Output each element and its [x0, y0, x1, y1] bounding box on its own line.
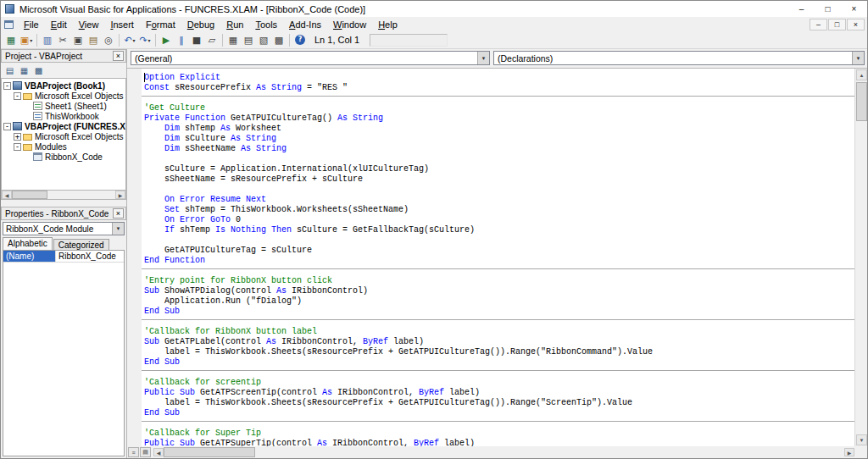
tree-item-modules[interactable]: -Modules — [2, 141, 125, 152]
scrollbar-thumb[interactable] — [856, 82, 867, 121]
code-line[interactable]: label = ThisWorkbook.Sheets(sResourcePre… — [144, 347, 854, 357]
chevron-down-icon[interactable]: ▼ — [112, 223, 124, 235]
code-line[interactable]: GetATPUICultureTag = sCulture — [144, 246, 854, 256]
tree-item-vbaproject-funcres-xl[interactable]: -VBAProject (FUNCRES.XL — [2, 121, 125, 131]
menu-item-edit[interactable]: Edit — [45, 19, 73, 30]
code-line[interactable]: End Function — [144, 256, 854, 266]
code-line[interactable]: Sub GetATPLabel(control As IRibbonContro… — [144, 337, 854, 347]
code-line[interactable]: Private Function GetATPUICultureTag() As… — [144, 113, 854, 124]
break-icon[interactable]: ‖ — [174, 33, 189, 47]
code-line[interactable]: label = ThisWorkbook.Sheets(sResourcePre… — [144, 398, 854, 408]
scroll-left-icon[interactable]: ◀ — [2, 191, 12, 199]
object-dropdown[interactable]: RibbonX_Code Module ▼ — [3, 222, 125, 235]
menu-item-insert[interactable]: Insert — [104, 19, 140, 30]
declarations-dropdown[interactable]: (Declarations) ▼ — [493, 51, 865, 65]
properties-window-icon[interactable]: ▤ — [241, 33, 256, 47]
insert-userform-icon[interactable]: ▣▾ — [19, 33, 34, 47]
copy-icon[interactable]: ▣ — [70, 33, 86, 47]
menu-item-file[interactable]: File — [18, 19, 45, 30]
code-line[interactable] — [144, 185, 854, 195]
run-icon[interactable]: ▶ — [159, 33, 174, 47]
cut-icon[interactable]: ✂ — [55, 33, 70, 47]
close-properties-panel-button[interactable]: × — [113, 208, 124, 218]
scrollbar-thumb[interactable] — [12, 191, 47, 199]
save-icon[interactable]: ▥ — [40, 33, 55, 47]
code-line[interactable]: Application.Run ("fDialog") — [144, 296, 854, 307]
menu-item-help[interactable]: Help — [372, 19, 403, 30]
expander-icon[interactable]: - — [3, 82, 11, 90]
tree-item-vbaproject-book1[interactable]: -VBAProject (Book1) — [2, 80, 125, 91]
menu-item-window[interactable]: Window — [327, 19, 372, 30]
help-icon[interactable]: ? — [292, 33, 308, 47]
scroll-right-icon[interactable]: ▶ — [844, 448, 854, 456]
code-line[interactable]: Public Sub GetATPScreenTip(control As IR… — [144, 388, 854, 398]
properties-grid[interactable]: (Name)RibbonX_Code — [3, 250, 125, 456]
scroll-down-icon[interactable]: ▼ — [856, 434, 867, 445]
code-line[interactable]: Dim sSheetName As String — [144, 144, 854, 154]
find-icon[interactable]: ◎ — [101, 33, 116, 47]
chevron-down-icon[interactable]: ▼ — [477, 52, 489, 64]
menu-item-run[interactable]: Run — [220, 19, 249, 30]
code-line[interactable]: On Error Resume Next — [144, 195, 854, 205]
object-browser-icon[interactable]: ▧ — [256, 33, 271, 47]
code-line[interactable]: Public Sub GetATPSuperTip(control As IRi… — [144, 439, 854, 446]
child-close-button[interactable]: × — [847, 19, 865, 30]
project-explorer-icon[interactable]: ▦ — [225, 33, 241, 47]
minimize-button[interactable]: – — [788, 1, 815, 17]
code-line[interactable]: End Sub — [144, 357, 854, 368]
menu-item-tools[interactable]: Tools — [249, 19, 283, 30]
chevron-down-icon[interactable]: ▼ — [852, 52, 864, 64]
scroll-up-icon[interactable]: ▲ — [856, 69, 867, 80]
code-line[interactable]: On Error GoTo 0 — [144, 215, 854, 225]
code-line[interactable]: End Sub — [144, 307, 854, 317]
expander-icon[interactable]: - — [14, 92, 21, 100]
full-module-view-button[interactable]: ▤ — [140, 447, 151, 457]
toggle-folders-icon[interactable]: ▩ — [31, 64, 46, 77]
code-editor[interactable]: Option ExplicitConst sResourcePrefix As … — [142, 69, 854, 446]
view-object-icon[interactable]: ▦ — [17, 64, 31, 77]
code-line[interactable]: Sub ShowATPDialog(control As IRibbonCont… — [144, 286, 854, 296]
tree-item-microsoft-excel-objects[interactable]: -Microsoft Excel Objects — [2, 91, 125, 101]
tree-item-ribbonx-code[interactable]: RibbonX_Code — [2, 152, 125, 162]
menu-item-format[interactable]: Format — [140, 19, 181, 30]
code-line[interactable]: Dim sCulture As String — [144, 134, 854, 144]
code-line[interactable]: Const sResourcePrefix As String = "RES " — [144, 83, 854, 93]
view-excel-icon[interactable]: ▦ — [3, 33, 19, 47]
tab-alphabetic[interactable]: Alphabetic — [3, 237, 53, 250]
margin-indicator-bar[interactable] — [127, 69, 142, 446]
reset-icon[interactable]: ■ — [189, 33, 204, 47]
design-mode-icon[interactable]: ▱ — [204, 33, 220, 47]
general-dropdown[interactable]: (General) ▼ — [131, 51, 490, 65]
code-line[interactable]: sCulture = Application.International(xlU… — [144, 164, 854, 174]
code-line[interactable]: 'Callback for screentip — [144, 378, 854, 388]
paste-icon[interactable]: ▤ — [86, 33, 101, 47]
code-line[interactable] — [144, 154, 854, 164]
code-line[interactable]: 'Get Culture — [144, 103, 854, 113]
child-restore-button[interactable]: □ — [828, 19, 846, 30]
code-line[interactable]: End Sub — [144, 408, 854, 418]
child-minimize-button[interactable]: – — [810, 19, 827, 30]
project-tree-hscrollbar[interactable]: ◀ ▶ — [1, 190, 126, 200]
code-line[interactable]: If shTemp Is Nothing Then sCulture = Get… — [144, 225, 854, 235]
code-line[interactable]: Option Explicit — [144, 73, 854, 83]
tab-categorized[interactable]: Categorized — [53, 239, 109, 250]
code-line[interactable]: 'Callback for RibbonX button label — [144, 327, 854, 337]
tree-item-thisworkbook[interactable]: ThisWorkbook — [2, 111, 125, 121]
restore-button[interactable]: □ — [815, 1, 841, 17]
code-line[interactable]: Set shTemp = ThisWorkbook.Worksheets(sSh… — [144, 205, 854, 215]
project-tree[interactable]: -VBAProject (Book1)-Microsoft Excel Obje… — [1, 78, 126, 190]
procedure-view-button[interactable]: ≡ — [128, 447, 139, 457]
menu-item-debug[interactable]: Debug — [181, 19, 220, 30]
scrollbar-thumb[interactable] — [164, 447, 255, 457]
tree-item-microsoft-excel-objects[interactable]: +Microsoft Excel Objects — [2, 131, 125, 141]
view-code-icon[interactable]: ▤ — [3, 64, 17, 77]
expander-icon[interactable]: - — [3, 123, 11, 130]
code-line[interactable]: 'Entry point for RibbonX button click — [144, 276, 854, 286]
property-row[interactable]: (Name)RibbonX_Code — [3, 251, 124, 263]
code-line[interactable] — [144, 235, 854, 246]
code-vscrollbar[interactable]: ▲ ▼ — [854, 69, 867, 446]
toolbox-icon[interactable]: ▩ — [271, 33, 287, 47]
property-value-cell[interactable]: RibbonX_Code — [56, 251, 124, 262]
expander-icon[interactable]: + — [14, 133, 21, 141]
menu-item-view[interactable]: View — [73, 19, 105, 30]
